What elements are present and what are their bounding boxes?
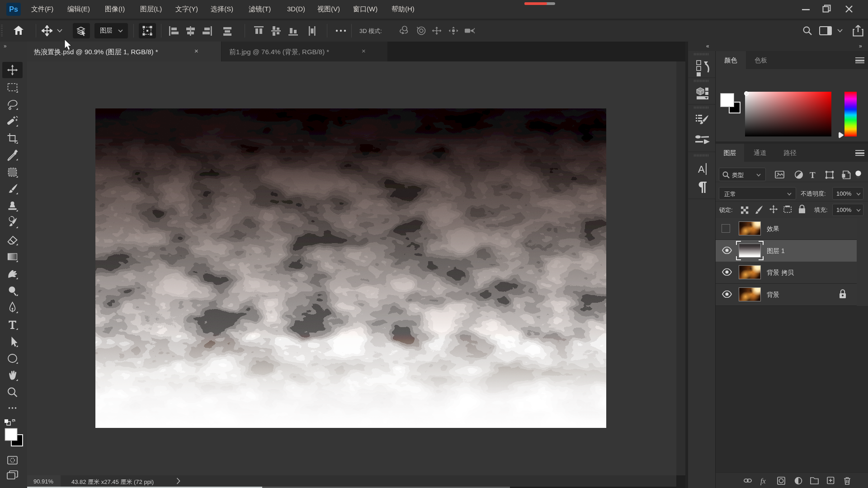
svg-text:A: A (698, 164, 705, 175)
svg-text:fx: fx (760, 477, 766, 485)
svg-text:T: T (810, 170, 816, 180)
svg-text:»: » (4, 43, 7, 49)
